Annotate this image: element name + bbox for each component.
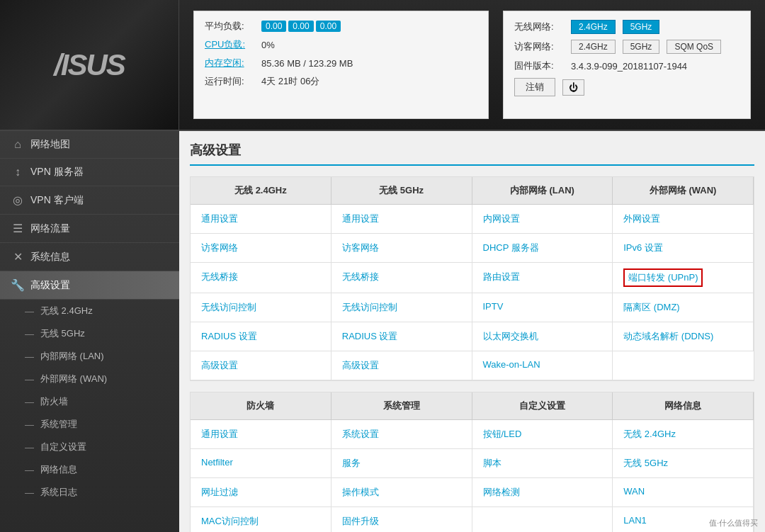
cpu-link[interactable]: CPU负载: xyxy=(205,38,254,51)
cell-1-0: 访客网络 xyxy=(191,234,332,263)
cell-1-3: IPv6 设置 xyxy=(613,234,754,263)
mem-link[interactable]: 内存空闲: xyxy=(205,57,254,69)
link-dmz[interactable]: 隔离区 (DMZ) xyxy=(623,299,742,316)
sidebar-sub-lan[interactable]: — 内部网络 (LAN) xyxy=(0,345,179,368)
bcell-1-3: 无线 5GHz xyxy=(613,449,754,478)
link-port-forward[interactable]: 端口转发 (UPnP) xyxy=(623,268,703,287)
link-guest-24[interactable]: 访客网络 xyxy=(201,239,320,256)
wifi-24-button[interactable]: 2.4GHz xyxy=(571,20,616,34)
sidebar-sub-label-wireless-5: 无线 5GHz xyxy=(40,327,85,340)
guest-row: 访客网络: 2.4GHz 5GHz SQM QoS xyxy=(514,40,740,54)
col-header-netinfo: 网络信息 xyxy=(613,392,754,420)
link-ddns[interactable]: 动态域名解析 (DDNS) xyxy=(623,328,742,345)
link-mac-filter[interactable]: MAC访问控制 xyxy=(201,513,320,530)
link-general-5[interactable]: 通用设置 xyxy=(342,210,461,227)
sidebar-sub-label-sysadmin: 系统管理 xyxy=(40,418,77,431)
link-fw-general[interactable]: 通用设置 xyxy=(201,426,320,443)
cell-3-1: 无线访问控制 xyxy=(332,293,472,322)
link-switch[interactable]: 以太网交换机 xyxy=(483,328,602,345)
sidebar-sub-label-syslog: 系统日志 xyxy=(40,486,77,499)
link-wan-settings[interactable]: 外网设置 xyxy=(623,210,742,227)
link-services[interactable]: 服务 xyxy=(342,455,461,472)
link-general-24[interactable]: 通用设置 xyxy=(201,210,320,227)
wireless-row: 无线网络: 2.4GHz 5GHz xyxy=(514,20,740,34)
cell-0-1: 通用设置 xyxy=(332,205,472,234)
link-lan-settings[interactable]: 内网设置 xyxy=(483,210,602,227)
cell-4-3: 动态域名解析 (DDNS) xyxy=(613,322,754,351)
sqm-button[interactable]: SQM QoS xyxy=(667,40,721,54)
link-bridge-5[interactable]: 无线桥接 xyxy=(342,268,461,285)
link-url-filter[interactable]: 网址过滤 xyxy=(201,484,320,501)
logout-button[interactable]: 注销 xyxy=(514,78,555,96)
link-info-5[interactable]: 无线 5GHz xyxy=(623,455,742,472)
sidebar-item-advanced[interactable]: 🔧 高级设置 xyxy=(0,271,179,300)
firmware-row: 固件版本: 3.4.3.9-099_20181107-1944 xyxy=(514,60,740,72)
link-dhcp[interactable]: DHCP 服务器 xyxy=(483,239,602,256)
link-adv-24[interactable]: 高级设置 xyxy=(201,357,320,374)
link-info-wan[interactable]: WAN xyxy=(623,484,742,499)
sidebar-item-traffic[interactable]: ☰ 网络流量 xyxy=(0,215,179,243)
cell-4-1: RADIUS 设置 xyxy=(332,322,472,351)
sidebar-sub-label-wireless-24: 无线 2.4GHz xyxy=(40,305,93,317)
top-header: /ISUS 平均负载: 0.00 0.00 0.00 CPU负载: 0% 内存空… xyxy=(0,0,765,131)
link-ipv6[interactable]: IPv6 设置 xyxy=(623,239,742,256)
vpn-server-icon: ↕ xyxy=(11,166,25,179)
link-guest-5[interactable]: 访客网络 xyxy=(342,239,461,256)
sidebar-sub-syslog[interactable]: — 系统日志 xyxy=(0,481,179,504)
link-radius-5[interactable]: RADIUS 设置 xyxy=(342,328,461,345)
settings-grid-top: 无线 2.4GHz 无线 5GHz 内部网络 (LAN) 外部网络 (WAN) … xyxy=(190,176,754,381)
mem-value: 85.36 MB / 123.29 MB xyxy=(261,58,353,69)
sidebar-label-network-map: 网络地图 xyxy=(30,138,70,151)
sidebar-sub-sysadmin[interactable]: — 系统管理 xyxy=(0,413,179,436)
cpu-row: CPU负载: 0% xyxy=(205,38,477,51)
link-info-24[interactable]: 无线 2.4GHz xyxy=(623,426,742,443)
link-adv-5[interactable]: 高级设置 xyxy=(342,357,461,374)
link-script[interactable]: 脚本 xyxy=(483,455,602,472)
link-acl-24[interactable]: 无线访问控制 xyxy=(201,299,320,316)
cell-1-1: 访客网络 xyxy=(332,234,472,263)
left-info-panel: 平均负载: 0.00 0.00 0.00 CPU负载: 0% 内存空闲: 85.… xyxy=(193,11,489,119)
link-iptv[interactable]: IPTV xyxy=(483,299,602,314)
link-acl-5[interactable]: 无线访问控制 xyxy=(342,299,461,316)
cell-4-0: RADIUS 设置 xyxy=(191,322,332,351)
sidebar-sub-firewall[interactable]: — 防火墙 xyxy=(0,390,179,413)
link-firmware[interactable]: 固件升级 xyxy=(342,513,461,530)
sidebar-sub-custom[interactable]: — 自定义设置 xyxy=(0,436,179,458)
load-badge-3: 0.00 xyxy=(316,21,341,32)
link-sys-settings[interactable]: 系统设置 xyxy=(342,426,461,443)
cpu-value: 0% xyxy=(261,40,275,50)
cell-5-2: Wake-on-LAN xyxy=(472,351,613,380)
col-header-custom: 自定义设置 xyxy=(472,392,613,420)
link-netcheck[interactable]: 网络检测 xyxy=(483,484,602,501)
sidebar-sub-wan[interactable]: — 外部网络 (WAN) xyxy=(0,368,179,390)
sidebar-item-sysinfo[interactable]: ✕ 系统信息 xyxy=(0,243,179,271)
bottom-watermark: 值·什么值得买 xyxy=(709,518,758,528)
sidebar-sub-label-netinfo: 网络信息 xyxy=(40,463,77,476)
cell-0-0: 通用设置 xyxy=(191,205,332,234)
col-header-sysadmin: 系统管理 xyxy=(332,392,472,420)
link-bridge-24[interactable]: 无线桥接 xyxy=(201,268,320,285)
wifi-5-button[interactable]: 5GHz xyxy=(623,20,660,34)
link-wol[interactable]: Wake-on-LAN xyxy=(483,357,602,372)
uptime-value: 4天 21时 06分 xyxy=(261,75,319,88)
sidebar-label-advanced: 高级设置 xyxy=(30,279,70,292)
avg-load-label: 平均负载: xyxy=(205,20,254,33)
link-radius-24[interactable]: RADIUS 设置 xyxy=(201,328,320,345)
link-routing[interactable]: 路由设置 xyxy=(483,268,602,285)
advanced-icon: 🔧 xyxy=(11,278,25,292)
content-area: 高级设置 无线 2.4GHz 无线 5GHz 内部网络 (LAN) 外部网络 (… xyxy=(179,131,765,532)
power-button[interactable]: ⏻ xyxy=(562,79,584,96)
sidebar-item-network-map[interactable]: ⌂ 网络地图 xyxy=(0,131,179,159)
sidebar-sub-wireless-5[interactable]: — 无线 5GHz xyxy=(0,322,179,345)
sidebar-item-vpn-server[interactable]: ↕ VPN 服务器 xyxy=(0,159,179,186)
guest-5-button[interactable]: 5GHz xyxy=(623,40,660,54)
sidebar-sub-wireless-24[interactable]: — 无线 2.4GHz xyxy=(0,300,179,322)
link-netfilter[interactable]: Netfilter xyxy=(201,455,320,470)
guest-24-button[interactable]: 2.4GHz xyxy=(571,40,616,54)
link-led[interactable]: 按钮/LED xyxy=(483,426,602,443)
link-op-mode[interactable]: 操作模式 xyxy=(342,484,461,501)
bcell-0-1: 系统设置 xyxy=(332,420,472,449)
sidebar-sub-netinfo[interactable]: — 网络信息 xyxy=(0,458,179,481)
bcell-2-3: WAN xyxy=(613,478,754,507)
sidebar-item-vpn-client[interactable]: ◎ VPN 客户端 xyxy=(0,186,179,215)
